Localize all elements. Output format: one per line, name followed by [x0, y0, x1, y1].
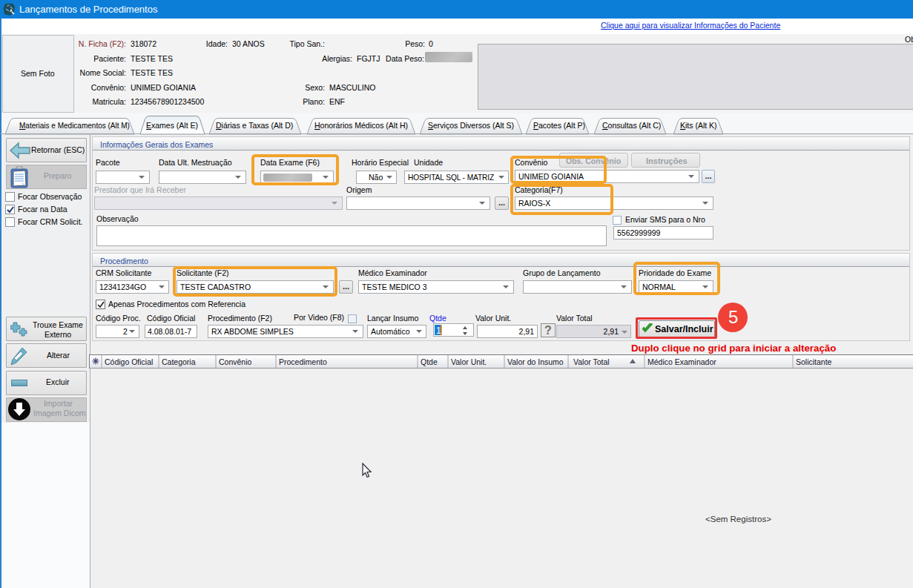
svg-text:Valor Total: Valor Total — [573, 357, 610, 366]
svg-text:Valor Unit.: Valor Unit. — [451, 357, 487, 366]
svg-text:Honorários Médicos (Alt H): Honorários Médicos (Alt H) — [314, 121, 408, 130]
svg-text:Convênio: Convênio — [219, 357, 252, 366]
svg-text:Exames (Alt E): Exames (Alt E) — [146, 121, 198, 130]
svg-text:Médico Examinador: Médico Examinador — [647, 357, 716, 366]
svg-text:Código Oficial: Código Oficial — [105, 357, 153, 366]
svg-text:Solicitante: Solicitante — [796, 357, 832, 366]
svg-text:Diárias e Taxas (Alt D): Diárias e Taxas (Alt D) — [216, 121, 293, 130]
svg-text:Valor do Insumo: Valor do Insumo — [507, 357, 564, 366]
svg-text:Procedimento: Procedimento — [279, 357, 327, 366]
svg-text:Consultas (Alt C): Consultas (Alt C) — [602, 121, 661, 130]
svg-text:Serviços Diversos (Alt S): Serviços Diversos (Alt S) — [428, 121, 514, 130]
svg-text:Categoria: Categoria — [162, 357, 196, 366]
svg-text:Materiais e Medicamentos (Alt: Materiais e Medicamentos (Alt M) — [19, 122, 130, 130]
svg-text:Pacotes (Alt P): Pacotes (Alt P) — [533, 121, 585, 130]
svg-text:Kits (Alt K): Kits (Alt K) — [680, 121, 717, 130]
svg-text:Qtde: Qtde — [421, 357, 438, 366]
